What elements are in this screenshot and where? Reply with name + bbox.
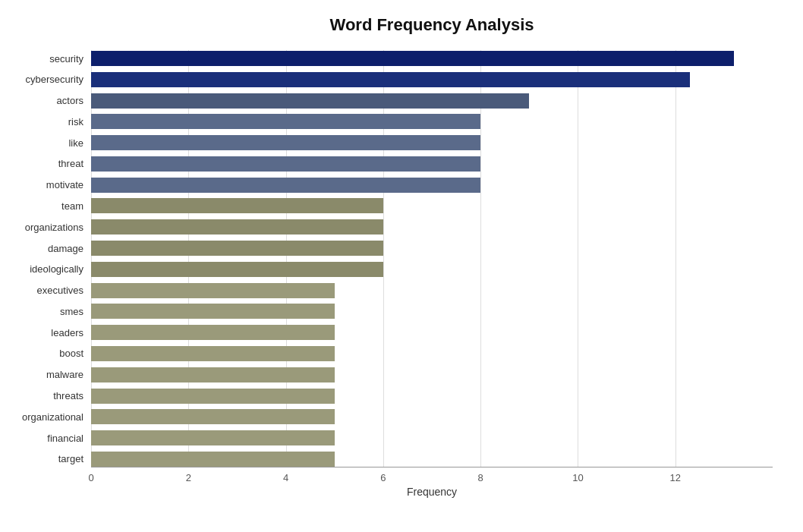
bar-label: threat <box>0 158 91 169</box>
bar-track <box>91 430 773 445</box>
bar-row: like <box>91 134 773 151</box>
bar-track <box>91 304 773 319</box>
bar-fill <box>91 452 335 467</box>
bar-fill <box>91 283 335 298</box>
bar-row: actors <box>91 93 773 109</box>
bar-track <box>91 241 773 256</box>
bar-row: ideologically <box>91 261 773 278</box>
bar-label: boost <box>0 348 91 359</box>
bar-label: damage <box>0 243 91 254</box>
bar-fill <box>91 241 383 256</box>
x-tick-label: 10 <box>572 472 583 483</box>
bar-track <box>91 114 773 129</box>
bar-fill <box>91 51 734 66</box>
bar-label: malware <box>0 369 91 380</box>
bar-row: damage <box>91 240 773 257</box>
bar-row: threat <box>91 156 773 172</box>
bar-track <box>91 283 773 298</box>
bar-row: leaders <box>91 324 773 341</box>
bar-label: threats <box>0 390 91 401</box>
bar-fill <box>91 325 335 340</box>
bar-fill <box>91 219 383 235</box>
bar-track <box>91 178 773 193</box>
bar-row: organizations <box>91 219 773 235</box>
bar-track <box>91 198 773 213</box>
bar-fill <box>91 156 480 172</box>
bar-row: malware <box>91 367 773 383</box>
x-tick-label: 6 <box>380 472 386 483</box>
bar-fill <box>91 346 335 361</box>
bar-fill <box>91 262 383 277</box>
bar-row: security <box>91 50 773 67</box>
bar-label: like <box>0 137 91 149</box>
bar-track <box>91 367 773 382</box>
bar-row: cybersecurity <box>91 71 773 88</box>
x-axis: Frequency 024681012 <box>91 467 773 498</box>
bar-label: leaders <box>0 327 91 338</box>
chart-area: securitycybersecurityactorsrisklikethrea… <box>91 50 773 498</box>
bar-fill <box>91 72 690 87</box>
bar-label: actors <box>0 95 91 106</box>
x-tick-label: 4 <box>283 472 288 483</box>
bar-track <box>91 135 773 150</box>
bar-fill <box>91 389 335 404</box>
bar-label: ideologically <box>0 263 91 275</box>
bar-row: executives <box>91 282 773 299</box>
bar-row: smes <box>91 303 773 320</box>
bar-track <box>91 219 773 235</box>
bar-track <box>91 156 773 172</box>
bar-row: risk <box>91 113 773 130</box>
bar-track <box>91 93 773 109</box>
bar-row: target <box>91 451 773 467</box>
bar-row: boost <box>91 345 773 362</box>
bar-track <box>91 72 773 87</box>
bar-track <box>91 452 773 467</box>
chart-title: Word Frequency Analysis <box>91 15 773 35</box>
bar-fill <box>91 198 383 213</box>
bar-track <box>91 262 773 277</box>
x-tick-label: 0 <box>88 472 93 483</box>
bar-fill <box>91 114 480 129</box>
x-tick-label: 12 <box>669 472 680 483</box>
x-axis-label: Frequency <box>407 486 457 498</box>
bar-row: motivate <box>91 177 773 194</box>
bar-row: financial <box>91 430 773 446</box>
chart-container: Word Frequency Analysis securitycybersec… <box>0 0 803 532</box>
bar-row: threats <box>91 388 773 405</box>
bar-label: executives <box>0 285 91 296</box>
bar-label: security <box>0 53 91 65</box>
x-tick-label: 8 <box>478 472 483 483</box>
bar-fill <box>91 135 480 150</box>
bar-row: team <box>91 197 773 214</box>
x-tick-label: 2 <box>186 472 191 483</box>
bar-label: risk <box>0 116 91 127</box>
bar-track <box>91 51 773 66</box>
bar-label: smes <box>0 306 91 317</box>
bar-track <box>91 325 773 340</box>
bar-fill <box>91 430 335 445</box>
bar-fill <box>91 409 335 424</box>
bar-label: team <box>0 200 91 212</box>
bar-row: organizational <box>91 408 773 425</box>
bar-track <box>91 346 773 361</box>
bar-label: organizations <box>0 222 91 233</box>
bar-track <box>91 389 773 404</box>
bar-track <box>91 409 773 424</box>
bar-fill <box>91 93 529 109</box>
bar-fill <box>91 178 480 193</box>
bar-label: financial <box>0 433 91 444</box>
bars-wrapper: securitycybersecurityactorsrisklikethrea… <box>91 50 773 467</box>
bar-fill <box>91 304 335 319</box>
bar-label: cybersecurity <box>0 74 91 85</box>
bar-fill <box>91 367 335 382</box>
bar-label: motivate <box>0 179 91 190</box>
bar-label: organizational <box>0 411 91 423</box>
bar-label: target <box>0 453 91 464</box>
